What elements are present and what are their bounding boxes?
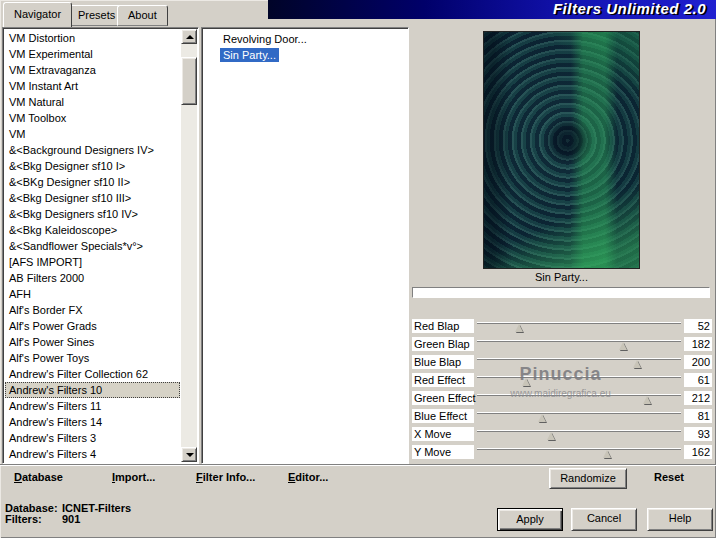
randomize-button[interactable]: Randomize (549, 468, 627, 489)
category-item[interactable]: [AFS IMPORT] (5, 254, 180, 270)
category-item-label: VM Toolbox (9, 112, 66, 124)
category-item-label: AFH (9, 288, 31, 300)
slider-label: Y Move (412, 445, 474, 459)
category-item[interactable]: VM Natural (5, 94, 180, 110)
slider-track[interactable] (477, 444, 681, 462)
slider-track[interactable] (477, 390, 681, 408)
preview-caption: Sin Party... (409, 271, 714, 283)
scrollbar-thumb[interactable] (181, 57, 197, 105)
help-button[interactable]: Help (647, 508, 713, 531)
app-title: Filters Unlimited 2.0 (553, 0, 706, 17)
editor-button[interactable]: Editor... (288, 471, 328, 483)
category-item[interactable]: &<Bkg Kaleidoscope> (5, 222, 180, 238)
category-item[interactable]: &<Bkg Designer sf10 I> (5, 158, 180, 174)
category-item[interactable]: Alf's Power Toys (5, 350, 180, 366)
slider-track[interactable] (477, 426, 681, 444)
category-item-label: VM Experimental (9, 48, 93, 60)
category-item[interactable]: Andrew's Filters 11 (5, 398, 180, 414)
category-item-label: &<Bkg Designer sf10 III> (9, 192, 131, 204)
category-item[interactable]: &<Background Designers IV> (5, 142, 180, 158)
category-item-label: Alf's Power Toys (9, 352, 89, 364)
category-item[interactable]: Andrew's Filters 3 (5, 430, 180, 446)
category-item[interactable]: Andrew's Filters 4 (5, 446, 180, 461)
category-item-label: Andrew's Filter Collection 62 (9, 368, 148, 380)
progress-bar (412, 287, 710, 298)
category-item[interactable]: Alf's Power Grads (5, 318, 180, 334)
reset-button[interactable]: Reset (654, 471, 684, 483)
slider-row: Green Blap 182 (412, 336, 712, 354)
category-item[interactable]: Andrew's Filter Collection 62 (5, 366, 180, 382)
filter-list-panel: Revolving Door... Sin Party... (201, 27, 409, 464)
slider-label: Red Effect (412, 373, 474, 387)
slider-track[interactable] (477, 318, 681, 336)
slider-row: Blue Blap 200 (412, 354, 712, 372)
triangle-up-icon (186, 35, 194, 39)
apply-button[interactable]: Apply (497, 508, 563, 531)
category-item-label: &<BKg Designer sf10 II> (9, 176, 130, 188)
category-item-label: VM Natural (9, 96, 64, 108)
category-item-label: Andrew's Filters 4 (9, 448, 96, 460)
category-item[interactable]: VM Experimental (5, 46, 180, 62)
filter-info-button[interactable]: Filter Info... (196, 471, 255, 483)
category-item[interactable]: &<BKg Designer sf10 II> (5, 174, 180, 190)
category-item[interactable]: VM Distortion (5, 30, 180, 46)
slider-value: 212 (684, 391, 712, 405)
slider-value: 162 (684, 445, 712, 459)
filter-preview-image (483, 31, 640, 269)
tab-about[interactable]: About (117, 5, 168, 26)
category-item-label: Alf's Power Sines (9, 336, 94, 348)
category-item[interactable]: VM Instant Art (5, 78, 180, 94)
category-item-label: &<Bkg Designer sf10 I> (9, 160, 125, 172)
database-button[interactable]: Database (14, 471, 63, 483)
slider-track[interactable] (477, 408, 681, 426)
filter-item-label: Revolving Door... (220, 32, 310, 46)
category-item-label: VM Instant Art (9, 80, 78, 92)
cancel-button[interactable]: Cancel (571, 508, 637, 531)
slider-thumb[interactable] (538, 414, 546, 422)
category-item-label: Alf's Border FX (9, 304, 83, 316)
slider-track[interactable] (477, 336, 681, 354)
filters-status-label: Filters: (5, 513, 42, 525)
category-item[interactable]: Alf's Border FX (5, 302, 180, 318)
tab-navigator[interactable]: Navigator (3, 2, 72, 27)
category-item[interactable]: VM Extravaganza (5, 62, 180, 78)
category-item-label: VM Extravaganza (9, 64, 96, 76)
slider-thumb[interactable] (643, 396, 651, 404)
slider-thumb[interactable] (515, 324, 523, 332)
category-item[interactable]: VM Toolbox (5, 110, 180, 126)
slider-label: X Move (412, 427, 474, 441)
slider-thumb[interactable] (603, 450, 611, 458)
category-item[interactable]: &<Bkg Designer sf10 III> (5, 190, 180, 206)
slider-thumb[interactable] (547, 432, 555, 440)
category-item[interactable]: Andrew's Filters 14 (5, 414, 180, 430)
slider-thumb[interactable] (522, 378, 530, 386)
category-item[interactable]: AFH (5, 286, 180, 302)
import-button[interactable]: Import... (112, 471, 155, 483)
slider-track[interactable] (477, 354, 681, 372)
category-scrollbar[interactable] (181, 29, 197, 462)
slider-value: 182 (684, 337, 712, 351)
category-item[interactable]: VM (5, 126, 180, 142)
scrollbar-down-button[interactable] (181, 447, 197, 462)
category-item-label: &<Bkg Kaleidoscope> (9, 224, 117, 236)
slider-track[interactable] (477, 372, 681, 390)
slider-value: 200 (684, 355, 712, 369)
filter-item[interactable]: Sin Party... (202, 48, 408, 64)
category-item[interactable]: &<Sandflower Specials*v°> (5, 238, 180, 254)
category-item-label: Andrew's Filters 14 (9, 416, 102, 428)
filter-item[interactable]: Revolving Door... (202, 32, 408, 48)
slider-value: 61 (684, 373, 712, 387)
category-item[interactable]: AB Filters 2000 (5, 270, 180, 286)
slider-row: Red Effect 61 (412, 372, 712, 390)
category-item-label: AB Filters 2000 (9, 272, 84, 284)
scrollbar-up-button[interactable] (181, 29, 197, 44)
category-item[interactable]: &<Bkg Designers sf10 IV> (5, 206, 180, 222)
category-item[interactable]: Andrew's Filters 10 (5, 382, 180, 398)
category-list: VM Distortion VM Experimental VM Extrava… (5, 30, 180, 461)
category-item-label: Alf's Power Grads (9, 320, 97, 332)
slider-thumb[interactable] (633, 360, 641, 368)
category-item-label: &<Bkg Designers sf10 IV> (9, 208, 138, 220)
slider-thumb[interactable] (619, 342, 627, 350)
category-item-label: Andrew's Filters 10 (9, 384, 102, 396)
category-item[interactable]: Alf's Power Sines (5, 334, 180, 350)
